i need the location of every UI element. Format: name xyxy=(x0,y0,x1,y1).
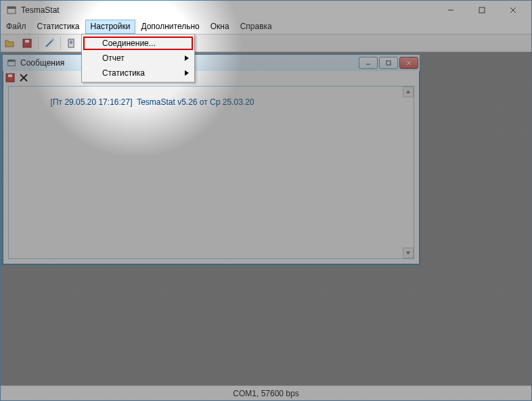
messages-window: Сообщения [Пт 29.05.20 17:16:27] TesmaSt… xyxy=(2,54,420,265)
svg-rect-24 xyxy=(386,61,391,65)
svg-marker-32 xyxy=(406,252,410,255)
save-icon[interactable] xyxy=(19,35,35,51)
log-line: [Пт 29.05.20 17:16:27] TesmaStat v5.26 о… xyxy=(51,97,254,107)
messages-titlebar: Сообщения xyxy=(3,55,420,71)
window-title: TesmaStat xyxy=(21,5,435,15)
open-icon[interactable] xyxy=(1,35,18,51)
messages-minimize-button[interactable] xyxy=(359,57,378,69)
dropdown-connection[interactable]: Соединение... xyxy=(82,36,194,51)
status-text: COM1, 57600 bps xyxy=(233,389,298,398)
toolbar: T i xyxy=(1,34,531,52)
settings-dropdown: Соединение... Отчет Статистика xyxy=(81,34,195,82)
svg-marker-34 xyxy=(185,70,189,76)
messages-maximize-button[interactable] xyxy=(379,57,398,69)
dropdown-statistics[interactable]: Статистика xyxy=(82,66,194,80)
dropdown-report[interactable]: Отчет xyxy=(82,51,194,66)
chevron-right-icon xyxy=(185,70,189,76)
minimize-button[interactable] xyxy=(435,1,466,20)
statusbar: COM1, 57600 bps xyxy=(1,385,531,400)
messages-toolbar xyxy=(3,71,420,85)
toolbar-separator xyxy=(60,37,61,50)
svg-rect-28 xyxy=(8,74,12,77)
dropdown-item-label: Соединение... xyxy=(102,39,156,48)
scroll-up-button[interactable] xyxy=(403,87,414,97)
window-buttons xyxy=(435,1,529,20)
app-icon xyxy=(6,5,17,16)
menu-statistics[interactable]: Статистика xyxy=(32,20,85,34)
scroll-down-button[interactable] xyxy=(403,247,414,258)
messages-save-icon[interactable] xyxy=(5,73,15,82)
svg-rect-1 xyxy=(7,7,16,9)
svg-line-8 xyxy=(46,40,53,47)
messages-window-buttons xyxy=(359,57,418,69)
menubar: Файл Статистика Настройки Дополнительно … xyxy=(1,20,531,34)
chevron-right-icon xyxy=(185,55,189,61)
device-icon[interactable] xyxy=(64,35,80,51)
menu-settings[interactable]: Настройки xyxy=(85,20,136,34)
titlebar: TesmaStat xyxy=(1,1,531,20)
dropdown-item-label: Отчет xyxy=(102,53,125,63)
wand-icon[interactable] xyxy=(41,35,58,51)
menu-file[interactable]: Файл xyxy=(1,20,32,34)
app-window: TesmaStat Файл Статистика Настройки Допо… xyxy=(0,0,532,401)
maximize-button[interactable] xyxy=(466,1,497,20)
messages-log[interactable]: [Пт 29.05.20 17:16:27] TesmaStat v5.26 о… xyxy=(8,86,414,259)
svg-rect-11 xyxy=(70,41,72,44)
svg-marker-33 xyxy=(185,55,189,61)
menu-help[interactable]: Справка xyxy=(235,20,278,34)
menu-extra[interactable]: Дополнительно xyxy=(135,20,204,34)
svg-rect-3 xyxy=(479,7,485,13)
messages-close-button[interactable] xyxy=(399,57,418,69)
toolbar-separator xyxy=(38,37,39,50)
messages-clear-icon[interactable] xyxy=(19,73,28,82)
svg-rect-22 xyxy=(8,60,16,62)
dropdown-item-label: Статистика xyxy=(102,68,145,78)
svg-marker-31 xyxy=(406,90,410,93)
menu-windows[interactable]: Окна xyxy=(205,20,235,34)
workspace: Сообщения [Пт 29.05.20 17:16:27] TesmaSt… xyxy=(1,52,531,385)
svg-point-9 xyxy=(51,39,54,41)
close-button[interactable] xyxy=(497,1,529,20)
messages-icon xyxy=(7,58,16,68)
svg-rect-7 xyxy=(25,40,29,43)
